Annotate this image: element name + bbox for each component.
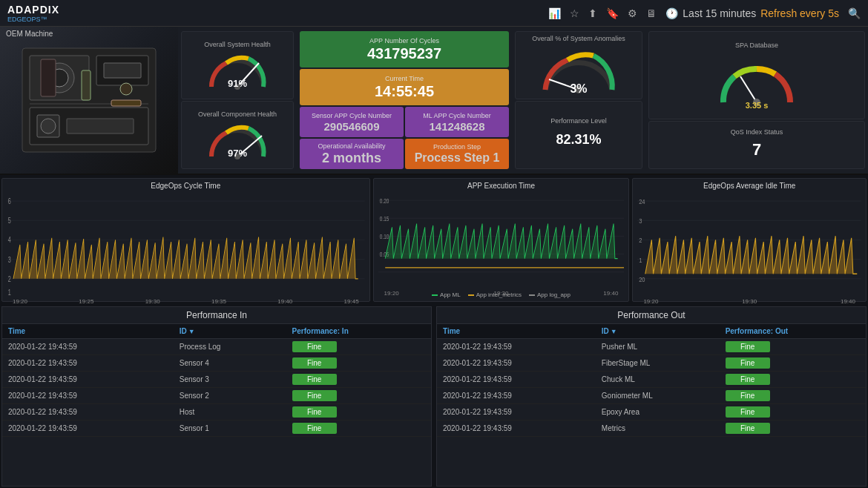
svg-point-8 <box>41 119 56 133</box>
perf-in-time-4: 2020-01-22 19:43:59 <box>2 404 174 421</box>
perf-level-title: Performance Level <box>550 117 607 125</box>
perf-out-id-4: Epoxy Area <box>596 404 720 421</box>
perf-in-id-2: Sensor 3 <box>174 372 286 388</box>
avg-idle-area: 24 3 2 1 20 19:20 19:30 19:40 <box>637 191 861 298</box>
app-exec-area: 0.20 0.15 0.10 0.05 19:20 19:30 19:40 <box>378 191 625 290</box>
top-nav: ADAPDIX EDGEOPS™ 📊 ☆ ⬆ 🔖 ⚙ 🖥 🕐 Last 15 m… <box>0 0 868 27</box>
perf-out-row: 2020-01-22 19:43:59 Pusher ML Fine <box>437 339 866 355</box>
search-icon[interactable]: 🔍 <box>848 7 861 19</box>
spa-value: 3.35 s <box>720 101 794 110</box>
th-perf-in: Performance: In <box>286 324 431 339</box>
app-cycles-label: APP Number Of Cycles <box>369 37 439 44</box>
perf-out-time-3: 2020-01-22 19:43:59 <box>437 388 596 404</box>
perf-in-title: Performance In <box>2 307 431 324</box>
system-health-gauge: 91% <box>204 50 271 90</box>
perf-out-scroll[interactable]: Time ID ▼ Performance: Out 2020-01-2 <box>437 324 866 486</box>
panel-anomaly: Overall % of System Anomalies 3% <box>512 27 645 174</box>
operational-avail-box: Operational Availability 2 months <box>300 139 404 169</box>
perf-in-table: Time ID ▼ Performance: In 2020-01-22 <box>2 324 431 437</box>
op-avail-label: Operational Availability <box>318 142 386 150</box>
perf-in-time-1: 2020-01-22 19:43:59 <box>2 355 174 372</box>
nav-icons: 📊 ☆ ⬆ 🔖 ⚙ 🖥 🕐 Last 15 minutes Refresh ev… <box>548 7 861 19</box>
perf-in-id-4: Host <box>174 404 286 421</box>
brand-sub: EDGEOPS™ <box>7 16 59 23</box>
perf-out-status-5: Fine <box>720 421 866 437</box>
ai-x-0: 19:20 <box>643 298 658 305</box>
clock-icon: 🕐 <box>665 7 678 19</box>
settings-icon[interactable]: ⚙ <box>628 7 637 19</box>
ml-cycle-label: ML APP Cycle Number <box>423 112 491 119</box>
svg-text:0.15: 0.15 <box>379 215 389 222</box>
th-id-out[interactable]: ID ▼ <box>596 324 720 339</box>
charts-row: EdgeOps Cycle Time 6 5 4 3 2 1 <box>0 175 868 305</box>
sensor-cycle-label: Sensor APP Cycle Number <box>312 112 392 119</box>
perf-out-id-3: Goniometer ML <box>596 388 720 404</box>
avail-step-row: Operational Availability 2 months Produc… <box>300 139 509 169</box>
svg-text:1: 1 <box>640 256 642 264</box>
panel-gauges: Overall System Health <box>178 27 297 174</box>
perf-in-status-0: Fine <box>286 339 431 355</box>
perf-in-row: 2020-01-22 19:43:59 Sensor 2 Fine <box>2 388 431 404</box>
machine-image <box>0 27 178 174</box>
perf-in-row: 2020-01-22 19:43:59 Host Fine <box>2 404 431 421</box>
brand-name: ADAPDIX <box>7 4 59 16</box>
svg-text:20: 20 <box>640 275 646 283</box>
bookmark-icon[interactable]: 🔖 <box>606 7 619 19</box>
ml-cycle-value: 141248628 <box>429 120 484 133</box>
perf-out-panel: Performance Out Time ID ▼ Perfor <box>436 306 867 487</box>
perf-out-row: 2020-01-22 19:43:59 FiberStage ML Fine <box>437 355 866 372</box>
star-icon[interactable]: ☆ <box>570 7 579 19</box>
perf-out-time-0: 2020-01-22 19:43:59 <box>437 339 596 355</box>
perf-in-panel: Performance In Time ID ▼ Perform <box>1 306 432 487</box>
perf-out-id-0: Pusher ML <box>596 339 720 355</box>
x-label-2: 19:30 <box>145 298 160 305</box>
brand: ADAPDIX EDGEOPS™ <box>7 4 59 23</box>
system-health-panel: Overall System Health <box>181 31 294 99</box>
perf-out-id-5: Metrics <box>596 421 720 437</box>
svg-text:1: 1 <box>8 288 11 297</box>
cycle-time-area: 6 5 4 3 2 1 19:20 19:25 19:30 19:35 19:4… <box>7 191 365 298</box>
perf-out-time-1: 2020-01-22 19:43:59 <box>437 355 596 372</box>
perf-out-time-4: 2020-01-22 19:43:59 <box>437 404 596 421</box>
system-health-title: Overall System Health <box>204 41 271 48</box>
spa-title: SPA Database <box>735 42 778 49</box>
top-panels: OEM Machine <box>0 27 868 175</box>
anomaly-value: 3% <box>538 82 619 96</box>
perf-out-id-2: Chuck ML <box>596 372 720 388</box>
ml-cycle-box: ML APP Cycle Number 141248628 <box>405 107 509 137</box>
perf-out-table: Time ID ▼ Performance: Out 2020-01-2 <box>437 324 866 437</box>
svg-rect-12 <box>111 100 141 106</box>
panel-center: APP Number Of Cycles 431795237 Current T… <box>297 27 512 174</box>
current-time-value: 14:55:45 <box>375 83 434 100</box>
current-time-box: Current Time 14:55:45 <box>300 69 509 105</box>
anomaly-title: Overall % of System Anomalies <box>532 35 625 42</box>
op-avail-value: 2 months <box>322 151 381 166</box>
svg-line-21 <box>740 76 757 102</box>
production-step-box: Production Step Process Step 1 <box>405 139 509 169</box>
perf-level-value: 82.31% <box>556 126 601 154</box>
monitor-icon[interactable]: 🖥 <box>646 7 657 19</box>
perf-out-status-2: Fine <box>720 372 866 388</box>
tables-row: Performance In Time ID ▼ Perform <box>0 305 868 488</box>
perf-in-status-2: Fine <box>286 372 431 388</box>
x-label-3: 19:35 <box>211 298 226 305</box>
spa-gauge-panel: SPA Database 3.35 s <box>648 31 865 119</box>
share-icon[interactable]: ⬆ <box>588 7 597 19</box>
svg-point-13 <box>120 83 132 95</box>
x-label-4: 19:40 <box>277 298 292 305</box>
app-cycles-value: 431795237 <box>367 45 441 62</box>
perf-in-time-3: 2020-01-22 19:43:59 <box>2 388 174 404</box>
svg-rect-9 <box>67 119 134 133</box>
perf-in-row: 2020-01-22 19:43:59 Sensor 1 Fine <box>2 421 431 437</box>
app-exec-title: APP Execution Time <box>378 182 625 190</box>
cycle-numbers-row: Sensor APP Cycle Number 290546609 ML APP… <box>300 107 509 137</box>
perf-in-scroll[interactable]: Time ID ▼ Performance: In 2020-01-22 <box>2 324 431 486</box>
time-label: Last 15 minutes <box>683 7 756 19</box>
perf-in-status-4: Fine <box>286 404 431 421</box>
panel-spa: SPA Database 3.35 s <box>645 27 868 174</box>
chart-icon[interactable]: 📊 <box>548 7 561 19</box>
th-id-in[interactable]: ID ▼ <box>174 324 286 339</box>
qos-panel: QoS Index Status 7 <box>648 121 865 169</box>
qos-title: QoS Index Status <box>731 128 783 136</box>
x-label-0: 19:20 <box>13 298 27 305</box>
